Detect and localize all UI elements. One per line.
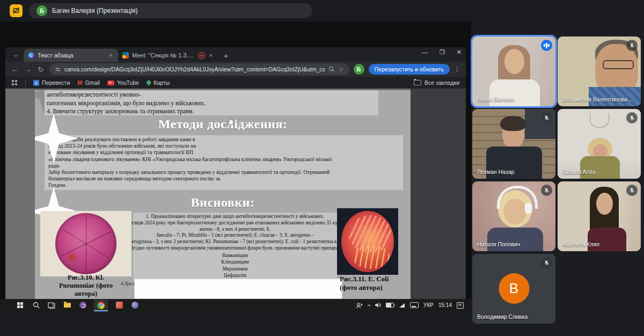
site-settings-icon[interactable]	[55, 67, 61, 72]
chrome-taskbar-icon[interactable]	[94, 300, 108, 311]
presentation-slide: антибіотикорезистентності умовно- патоге…	[35, 90, 411, 299]
bookmark-star-icon[interactable]: ☆	[339, 66, 344, 73]
window-maximize-button[interactable]: ❐	[440, 49, 445, 56]
petri-dish-photo-e-coli	[337, 208, 398, 275]
app-icon-red[interactable]	[115, 301, 123, 310]
browser-toolbar: ← → ↻ canva.com/design/DAGcq3oIZjU/H0Ji0…	[5, 62, 466, 77]
chevron-down-icon: ›	[13, 55, 19, 57]
network-icon[interactable]	[399, 303, 405, 308]
browser-profile-avatar[interactable]: Б	[354, 64, 364, 75]
browser-tab-meet[interactable]: Meet: "Секція № 1.3. «Заг ×	[118, 49, 218, 62]
participant-name: Багин Валерія	[477, 96, 515, 103]
relaunch-update-button[interactable]: Перезапустить и обновить	[369, 64, 450, 75]
browser-tab-canva[interactable]: C Текст абзаца ×	[24, 49, 118, 62]
petri-dish-photo-kl-pneumoniae	[40, 211, 131, 276]
conclusions-text: 1. Проаналізовано літературні дані щодо …	[98, 214, 372, 252]
presenter-label: Багин Валерія (Презентація)	[52, 7, 138, 14]
hand-cursor	[227, 117, 234, 127]
participant-tile[interactable]: В Володимир Сливка	[472, 254, 555, 324]
window-minimize-button[interactable]: —	[422, 49, 428, 56]
mic-muted-icon	[626, 40, 638, 51]
new-tab-button[interactable]: +	[220, 50, 232, 62]
maps-pin-icon	[145, 79, 151, 85]
bookmark-gmail[interactable]: MGmail	[77, 79, 100, 86]
zoom-icon[interactable]	[328, 66, 335, 72]
tray-overflow-chevron-icon[interactable]: ›	[365, 304, 372, 306]
tab-title: Текст абзаца	[38, 52, 105, 59]
translate-icon: a	[33, 80, 39, 86]
petri-dish	[341, 211, 394, 272]
participant-tile[interactable]: Наталя Попович	[472, 181, 555, 251]
methods-heading: Методи дослідження:	[35, 117, 411, 132]
participant-name: Владислав Валентинович Мі...	[562, 96, 635, 103]
mic-muted-icon	[541, 185, 552, 196]
participant-tile[interactable]: Багин Валерія	[472, 36, 555, 106]
mic-muted-icon	[541, 112, 552, 123]
clock[interactable]: 15:14	[438, 302, 452, 308]
divider	[25, 79, 26, 86]
apps-grid-icon[interactable]	[12, 80, 18, 86]
bookmark-youtube[interactable]: YouTube	[107, 79, 139, 86]
presenter-avatar: Б	[36, 5, 47, 16]
participant-name: Szikura Anita	[562, 169, 595, 175]
battery-icon[interactable]	[386, 303, 394, 308]
right-photo-caption: Рис.3.11. E. Coli (фото автора)	[340, 275, 411, 292]
recording-indicator-icon	[198, 52, 205, 59]
start-button[interactable]	[16, 301, 25, 310]
gmail-icon: M	[77, 80, 82, 86]
canva-favicon: C	[28, 52, 34, 59]
conclusions-heading: Висновки:	[35, 195, 411, 210]
all-bookmarks-button[interactable]: Все закладки	[414, 79, 459, 86]
task-view-icon[interactable]	[47, 301, 56, 310]
browser-window: › C Текст абзаца × Meet: "Секція № 1.3. …	[5, 47, 466, 299]
touch-keyboard-icon[interactable]	[410, 302, 419, 308]
drug-item: Ванкоміцин	[133, 252, 337, 259]
meet-top-bar: Б Багин Валерія (Презентація)	[0, 0, 644, 21]
file-explorer-icon[interactable]	[63, 301, 71, 310]
browser-menu-icon[interactable]: ⋮	[454, 65, 460, 73]
tab-close-icon[interactable]: ×	[108, 52, 114, 59]
bookmark-translate[interactable]: aПеревести	[33, 79, 70, 86]
viber-icon[interactable]	[78, 301, 87, 310]
meet-favicon	[122, 52, 129, 59]
search-icon[interactable]	[32, 301, 40, 310]
methods-text: Для того, щоби реалізувати поставлені в …	[48, 136, 332, 189]
volume-icon[interactable]	[375, 302, 381, 308]
slide-text-box: Для того, щоби реалізувати поставлені в …	[45, 135, 403, 190]
tab-close-icon[interactable]: ×	[208, 52, 214, 59]
participant-tile[interactable]: Владислав Валентинович Мі...	[558, 36, 641, 106]
mic-muted-icon	[541, 257, 552, 268]
participant-tile[interactable]: Ніколета Кляп	[558, 181, 641, 251]
drug-item: Меропенем	[133, 266, 337, 272]
participants-panel: Багин Валерія Владислав Валентинович Мі.…	[472, 36, 641, 324]
app-icon-purple[interactable]	[130, 301, 139, 310]
slide-overlay-box	[134, 279, 342, 299]
forward-button[interactable]: →	[24, 65, 32, 74]
participant-tile[interactable]: Szikura Anita	[558, 109, 641, 179]
url-text[interactable]: canva.com/design/DAGcq3oIZjU/H0Ji0oOOJYh…	[64, 66, 325, 72]
mic-muted-icon	[626, 185, 638, 196]
browser-tab-strip: › C Текст абзаца × Meet: "Секція № 1.3. …	[5, 47, 466, 62]
address-bar[interactable]: canva.com/design/DAGcq3oIZjU/H0Ji0oOOJYh…	[49, 63, 349, 75]
participant-name: Ніколета Кляп	[562, 241, 599, 247]
slide-text-box: 1. Проаналізовано літературні дані щодо …	[133, 213, 337, 281]
reload-button[interactable]: ↻	[36, 65, 45, 74]
bookmarks-bar: aПеревести MGmail YouTube Карты Все закл…	[5, 77, 466, 89]
viewer-dark-margin	[411, 89, 466, 299]
participant-name: Лехман Назар	[477, 169, 514, 175]
bookmark-maps[interactable]: Карты	[147, 79, 170, 86]
folder-icon	[414, 80, 421, 85]
tab-search-button[interactable]: ›	[10, 50, 23, 62]
participant-name: Наталя Попович	[477, 241, 520, 247]
petri-dish	[55, 213, 116, 274]
tab-title: Meet: "Секція № 1.3. «Заг	[132, 52, 195, 59]
notification-center-icon[interactable]	[457, 302, 464, 309]
presenter-pill[interactable]: Б Багин Валерія (Презентація)	[29, 3, 312, 18]
people-share-icon[interactable]	[356, 302, 363, 309]
screen-share-status-icon[interactable]	[10, 4, 23, 17]
youtube-icon	[107, 81, 114, 85]
back-button[interactable]: ←	[11, 65, 19, 74]
window-close-button[interactable]: ✕	[457, 49, 462, 56]
participant-tile[interactable]: Лехман Назар	[472, 109, 555, 179]
language-indicator[interactable]: УКР	[423, 302, 434, 308]
